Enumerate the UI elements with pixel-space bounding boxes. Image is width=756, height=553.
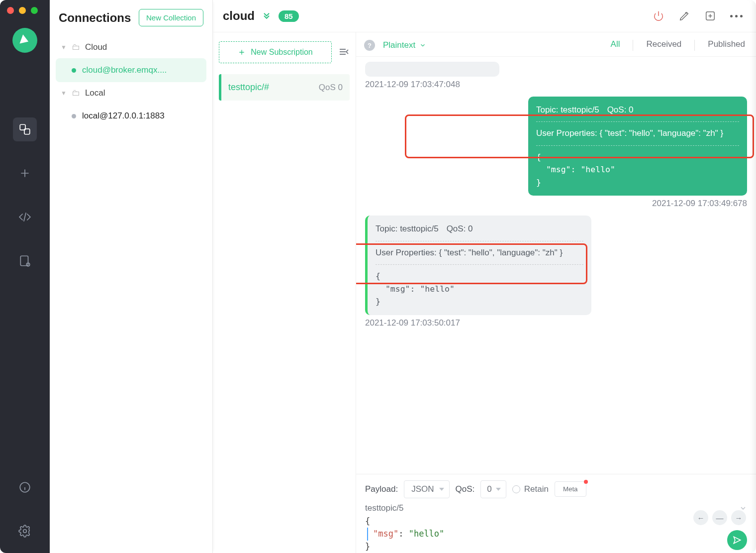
connections-panel: Connections New Collection ▼ 🗀 Cloud clo… bbox=[50, 0, 213, 553]
message-count-badge: 85 bbox=[279, 10, 299, 22]
subscription-item[interactable]: testtopic/# QoS 0 bbox=[219, 74, 350, 101]
edit-button[interactable] bbox=[677, 9, 691, 23]
code-line: { bbox=[365, 515, 747, 528]
help-icon[interactable]: ? bbox=[364, 40, 375, 51]
window-controls[interactable] bbox=[7, 7, 38, 14]
meta-button[interactable]: Meta bbox=[555, 481, 586, 497]
message-list[interactable]: 2021-12-09 17:03:47:048 Topic: testtopic… bbox=[356, 57, 756, 474]
nav-rail bbox=[0, 0, 50, 553]
topic-value: testtopic/5 bbox=[365, 503, 404, 513]
msg-qos: QoS: 0 bbox=[607, 104, 634, 116]
svg-point-5 bbox=[23, 530, 27, 533]
payload-label: Payload: bbox=[365, 484, 398, 494]
received-message[interactable]: Topic: testtopic/5 QoS: 0 User Propertie… bbox=[365, 216, 591, 315]
radio-icon bbox=[512, 485, 520, 493]
msg-payload: { "msg": "hello" } bbox=[376, 270, 583, 308]
more-menu-button[interactable] bbox=[729, 9, 743, 23]
connection-label: local@127.0.0.1:1883 bbox=[82, 111, 165, 121]
code-line: } bbox=[365, 541, 747, 553]
collapse-subs-icon[interactable] bbox=[338, 46, 350, 59]
minimize-window-icon[interactable] bbox=[19, 7, 26, 14]
history-prev-button[interactable]: ← bbox=[693, 510, 708, 525]
caret-down-icon: ▼ bbox=[61, 90, 67, 97]
new-collection-button[interactable]: New Collection bbox=[139, 9, 203, 26]
payload-format-select[interactable]: Plaintext bbox=[383, 40, 426, 50]
tab-all[interactable]: All bbox=[611, 39, 620, 51]
code-line: "msg": "hello" bbox=[367, 528, 747, 541]
connection-cloud[interactable]: cloud@broker.emqx.... bbox=[56, 58, 206, 82]
app-logo[interactable] bbox=[12, 28, 37, 53]
nav-add[interactable] bbox=[13, 161, 37, 185]
qos-select[interactable]: 0 bbox=[480, 480, 506, 498]
send-button[interactable] bbox=[727, 530, 747, 550]
status-dot-online bbox=[72, 68, 76, 73]
timestamp: 2021-12-09 17:03:49:678 bbox=[365, 199, 747, 209]
nav-scripts[interactable] bbox=[13, 205, 37, 229]
history-clear-button[interactable]: — bbox=[712, 510, 727, 525]
retain-toggle[interactable]: Retain bbox=[512, 484, 549, 494]
history-next-button[interactable]: → bbox=[731, 510, 746, 525]
status-dot-offline bbox=[72, 114, 76, 118]
subscription-qos: QoS 0 bbox=[319, 83, 343, 93]
folder-icon: 🗀 bbox=[72, 88, 80, 98]
maximize-window-icon[interactable] bbox=[31, 7, 38, 14]
topic-input[interactable]: testtopic/5 bbox=[365, 503, 747, 513]
msg-user-properties: User Properties: { "test": "hello", "lan… bbox=[536, 127, 739, 140]
tab-received[interactable]: Received bbox=[646, 39, 681, 51]
caret-down-icon: ▼ bbox=[61, 44, 67, 51]
separator bbox=[376, 264, 583, 265]
msg-topic: Topic: testtopic/5 bbox=[536, 104, 599, 116]
retain-label: Retain bbox=[524, 484, 549, 494]
nav-connections[interactable] bbox=[13, 117, 37, 141]
payload-format-label: Plaintext bbox=[383, 40, 415, 50]
separator bbox=[536, 145, 739, 146]
messages-panel: ? Plaintext All Received Published bbox=[356, 32, 756, 553]
new-window-button[interactable] bbox=[703, 9, 717, 23]
nav-info[interactable] bbox=[13, 475, 37, 499]
group-label: Cloud bbox=[85, 42, 107, 52]
message-composer: Payload: JSON QoS: 0 Retain Meta bbox=[356, 474, 756, 553]
published-message[interactable]: Topic: testtopic/5 QoS: 0 User Propertie… bbox=[528, 97, 747, 196]
subscription-topic: testtopic/# bbox=[228, 82, 319, 93]
meta-label: Meta bbox=[563, 485, 578, 493]
msg-qos: QoS: 0 bbox=[447, 222, 473, 235]
msg-topic: Topic: testtopic/5 bbox=[376, 222, 439, 235]
msg-user-properties: User Properties: { "test": "hello", "lan… bbox=[376, 246, 583, 259]
new-subscription-button[interactable]: New Subscription bbox=[219, 41, 332, 63]
group-label: Local bbox=[85, 88, 105, 98]
connections-title: Connections bbox=[59, 11, 131, 25]
connection-local[interactable]: local@127.0.0.1:1883 bbox=[56, 104, 206, 128]
group-cloud[interactable]: ▼ 🗀 Cloud bbox=[56, 36, 206, 58]
folder-icon: 🗀 bbox=[72, 42, 80, 52]
group-local[interactable]: ▼ 🗀 Local bbox=[56, 82, 206, 104]
timestamp: 2021-12-09 17:03:50:017 bbox=[365, 318, 747, 328]
nav-logs[interactable] bbox=[13, 249, 37, 273]
separator bbox=[536, 121, 739, 122]
connection-header: cloud 85 bbox=[213, 0, 756, 32]
nav-settings[interactable] bbox=[13, 519, 37, 543]
timestamp: 2021-12-09 17:03:47:048 bbox=[365, 80, 747, 90]
disconnect-button[interactable] bbox=[652, 9, 665, 23]
badge-dot-icon bbox=[584, 480, 588, 484]
expand-connection-icon[interactable] bbox=[262, 10, 272, 22]
separator bbox=[376, 241, 583, 241]
msg-payload: { "msg": "hello" } bbox=[536, 151, 739, 189]
payload-type-select[interactable]: JSON bbox=[404, 480, 449, 498]
subscriptions-panel: New Subscription testtopic/# QoS 0 bbox=[213, 32, 356, 553]
payload-editor[interactable]: { "msg": "hello" } bbox=[365, 515, 747, 553]
qos-label: QoS: bbox=[456, 484, 475, 494]
connection-label: cloud@broker.emqx.... bbox=[82, 65, 167, 75]
message-item-prev bbox=[365, 62, 499, 77]
tab-published[interactable]: Published bbox=[708, 39, 745, 51]
close-window-icon[interactable] bbox=[7, 7, 14, 14]
new-subscription-label: New Subscription bbox=[251, 48, 313, 57]
connection-name: cloud bbox=[223, 9, 255, 23]
